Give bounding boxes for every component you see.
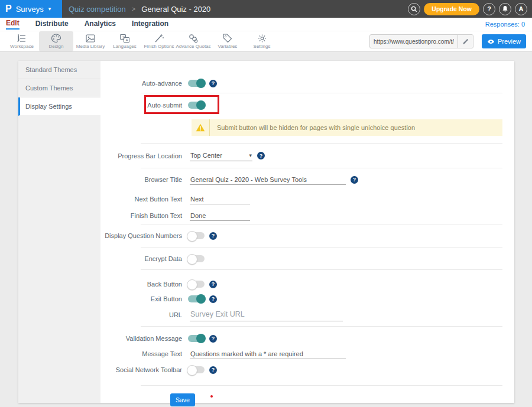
upgrade-now-button[interactable]: Upgrade Now <box>424 3 479 15</box>
exit-button-help-icon[interactable]: ? <box>209 295 217 303</box>
toolbar-item-label: Variables <box>218 44 238 49</box>
toolbar-item-languages[interactable]: 文A Languages <box>108 31 142 51</box>
setting-row-back-button: Back Button ? <box>100 277 514 291</box>
toolbar-item-label: Settings <box>254 44 271 49</box>
eye-icon <box>487 39 495 44</box>
toolbar-item-label: Finish Options <box>144 44 174 49</box>
main-nav: Edit Distribute Analytics Integration Re… <box>0 18 532 31</box>
toolbar-right: Preview <box>369 34 532 48</box>
breadcrumb-parent[interactable]: Quiz competition <box>69 5 126 14</box>
social-network-toolbar-label: Social Network Toolbar <box>100 366 182 373</box>
warning-text: Submit button will be hidden for pages w… <box>210 124 415 131</box>
message-text-input[interactable] <box>190 349 346 359</box>
pencil-icon <box>462 38 469 45</box>
exit-url-input[interactable] <box>190 309 343 321</box>
save-button[interactable]: Save <box>170 393 195 406</box>
setting-row-next-button-text: Next Button Text <box>100 191 514 207</box>
sidebar-item-label: Custom Themes <box>25 84 73 92</box>
annotation-dot <box>210 395 213 398</box>
toolbar-item-label: Advance Quotas <box>176 44 210 49</box>
tab-analytics[interactable]: Analytics <box>85 19 116 29</box>
back-button-label: Back Button <box>100 281 182 288</box>
display-question-numbers-toggle[interactable] <box>188 232 205 239</box>
display-settings-card: Standard Themes Custom Themes Display Se… <box>18 61 514 403</box>
setting-row-validation-message: Validation Message ? <box>100 331 514 346</box>
survey-url-input[interactable] <box>370 35 458 48</box>
preview-button[interactable]: Preview <box>482 34 526 48</box>
toolbar-item-label: Workspace <box>10 44 34 49</box>
notifications-button[interactable] <box>499 3 511 15</box>
toolbar-item-settings[interactable]: Settings <box>245 31 279 51</box>
progress-bar-help-icon[interactable]: ? <box>257 152 265 159</box>
tab-distribute[interactable]: Distribute <box>35 19 69 29</box>
sidebar-item-label: Display Settings <box>25 103 72 110</box>
setting-row-display-question-numbers: Display Question Numbers ? <box>100 224 514 247</box>
auto-advance-toggle[interactable] <box>188 80 205 87</box>
edit-url-button[interactable] <box>458 34 473 48</box>
sidebar-item-display-settings[interactable]: Display Settings <box>18 97 100 116</box>
exit-button-label: Exit Button <box>100 295 182 302</box>
chain-links-icon <box>188 34 199 43</box>
breadcrumb-separator: > <box>132 5 135 12</box>
social-network-toolbar-help-icon[interactable]: ? <box>209 366 217 374</box>
next-button-text-input[interactable] <box>190 194 250 204</box>
toolbar-item-design[interactable]: Design <box>39 31 73 51</box>
back-button-toggle[interactable] <box>188 281 205 288</box>
exit-url-label: URL <box>100 311 182 318</box>
toolbar-item-variables[interactable]: Variables <box>210 31 245 51</box>
encrypt-data-label: Encrypt Data <box>100 255 182 262</box>
preview-label: Preview <box>498 38 521 45</box>
progress-bar-location-label: Progress Bar Location <box>100 152 182 159</box>
social-network-toolbar-toggle[interactable] <box>188 366 205 373</box>
validation-message-help-icon[interactable]: ? <box>209 335 217 343</box>
setting-row-encrypt-data: Encrypt Data <box>100 248 514 269</box>
validation-message-toggle[interactable] <box>188 335 205 342</box>
progress-bar-location-value: Top Center <box>190 152 222 159</box>
toolbar-items: Workspace Design Media Library 文A Langua… <box>5 31 279 51</box>
display-question-numbers-label: Display Question Numbers <box>100 232 182 239</box>
responses-count[interactable]: Responses: 0 <box>485 21 525 28</box>
finish-button-text-label: Finish Button Text <box>100 212 182 219</box>
account-avatar[interactable]: A <box>515 3 527 15</box>
progress-bar-location-select[interactable]: Top Center ▾ <box>190 151 252 161</box>
setting-row-progress-bar-location: Progress Bar Location Top Center ▾ ? <box>100 144 514 168</box>
auto-submit-toggle[interactable] <box>188 102 205 109</box>
tab-integration[interactable]: Integration <box>132 19 168 29</box>
design-palette-icon <box>51 34 61 43</box>
toolbar-item-label: Design <box>49 44 64 49</box>
survey-url-group <box>369 34 473 48</box>
translate-icon: 文A <box>119 34 130 43</box>
search-button[interactable] <box>408 3 420 15</box>
message-text-label: Message Text <box>100 350 182 357</box>
auto-advance-help-icon[interactable]: ? <box>209 80 217 87</box>
help-menu-button[interactable]: ? <box>483 3 495 15</box>
finish-button-text-input[interactable] <box>190 211 250 221</box>
exit-button-toggle[interactable] <box>188 295 205 302</box>
top-bar: P Surveys ▾ Quiz competition > General Q… <box>0 0 532 18</box>
browser-title-label: Browser Title <box>100 176 182 183</box>
surveys-menu[interactable]: P Surveys ▾ <box>0 0 62 18</box>
save-section: Save <box>100 386 514 407</box>
next-button-text-label: Next Button Text <box>100 196 182 203</box>
setting-row-exit-button: Exit Button ? <box>100 291 514 307</box>
setting-row-exit-url: URL <box>100 307 514 323</box>
toolbar-item-media-library[interactable]: Media Library <box>73 31 108 51</box>
display-question-numbers-help-icon[interactable]: ? <box>209 232 217 240</box>
breadcrumb-current: General Quiz - 2020 <box>141 5 210 14</box>
tab-edit[interactable]: Edit <box>6 19 20 30</box>
setting-row-auto-submit: Auto-submit <box>100 95 514 116</box>
browser-title-help-icon[interactable]: ? <box>351 176 358 184</box>
divider <box>141 326 502 327</box>
back-button-help-icon[interactable]: ? <box>209 281 217 288</box>
toolbar-item-workspace[interactable]: Workspace <box>5 31 39 51</box>
divider <box>141 269 502 270</box>
browser-title-input[interactable] <box>190 175 346 185</box>
encrypt-data-toggle[interactable] <box>188 255 205 262</box>
setting-row-finish-button-text: Finish Button Text <box>100 207 514 224</box>
tag-icon <box>222 34 233 43</box>
toolbar-item-label: Languages <box>113 44 137 49</box>
toolbar-item-advance-quotas[interactable]: Advance Quotas <box>176 31 210 51</box>
toolbar-item-finish-options[interactable]: Finish Options <box>142 31 176 51</box>
sidebar-item-standard-themes[interactable]: Standard Themes <box>18 61 100 79</box>
sidebar-item-custom-themes[interactable]: Custom Themes <box>18 79 100 97</box>
